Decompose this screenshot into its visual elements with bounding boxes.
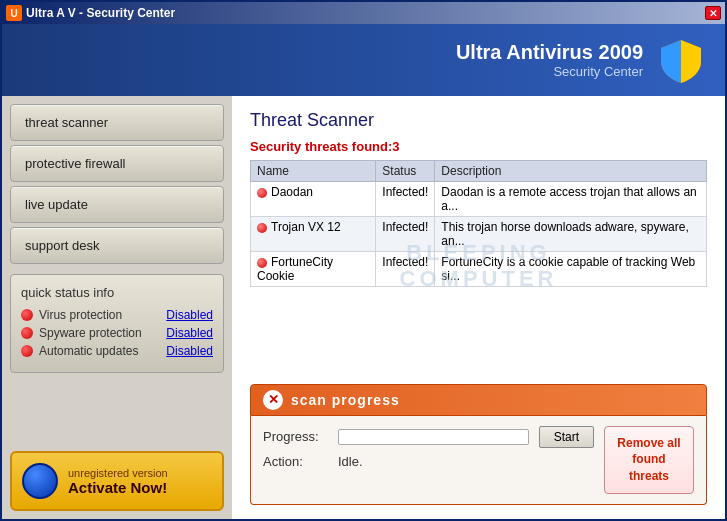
header-text: Ultra Antivirus 2009 Security Center <box>456 41 643 79</box>
status-row-spyware: Spyware protection Disabled <box>21 326 213 340</box>
app-icon: U <box>6 5 22 21</box>
action-label: Action: <box>263 454 328 469</box>
activate-box[interactable]: unregistered version Activate Now! <box>10 451 224 511</box>
threat-table: Name Status Description Daodan Infected!… <box>250 160 707 287</box>
scan-progress-row: Progress: Start <box>263 426 594 448</box>
close-button[interactable]: ✕ <box>705 6 721 20</box>
unregistered-label: unregistered version <box>68 467 168 479</box>
title-bar: U Ultra A V - Security Center ✕ <box>2 2 725 24</box>
threat-desc-0: Daodan is a remote access trojan that al… <box>435 182 707 217</box>
start-button[interactable]: Start <box>539 426 594 448</box>
spyware-protection-label: Spyware protection <box>39 326 160 340</box>
spyware-protection-link[interactable]: Disabled <box>166 326 213 340</box>
threat-dot-0 <box>257 188 267 198</box>
scan-progress-section: ✕ scan progress Progress: Start <box>250 384 707 505</box>
scan-x-icon: ✕ <box>263 390 283 410</box>
threats-found-label: Security threats found:3 <box>250 139 707 154</box>
threat-dot-1 <box>257 223 267 233</box>
threat-name-2: FortuneCity Cookie <box>251 252 376 287</box>
threat-status-0: Infected! <box>376 182 435 217</box>
progress-bar <box>338 429 529 445</box>
auto-updates-label: Automatic updates <box>39 344 160 358</box>
activate-globe-icon <box>22 463 58 499</box>
threat-desc-2: FortuneCity is a cookie capable of track… <box>435 252 707 287</box>
threats-count: 3 <box>392 139 399 154</box>
header-title: Ultra Antivirus 2009 <box>456 41 643 64</box>
virus-status-dot <box>21 309 33 321</box>
spyware-status-dot <box>21 327 33 339</box>
quick-status-panel: quick status info Virus protection Disab… <box>10 274 224 373</box>
sidebar-item-support-desk[interactable]: support desk <box>10 227 224 264</box>
threat-desc-1: This trojan horse downloads adware, spyw… <box>435 217 707 252</box>
window-title: Ultra A V - Security Center <box>26 6 175 20</box>
header-subtitle: Security Center <box>456 64 643 79</box>
quick-status-title: quick status info <box>21 285 213 300</box>
threat-name-1: Trojan VX 12 <box>251 217 376 252</box>
scan-fields: Progress: Start Action: Idle. <box>263 426 594 475</box>
main-content: threat scanner protective firewall live … <box>2 96 725 519</box>
col-name: Name <box>251 161 376 182</box>
threat-table-wrapper: Name Status Description Daodan Infected!… <box>250 160 707 372</box>
activate-now-label: Activate Now! <box>68 479 168 496</box>
col-status: Status <box>376 161 435 182</box>
scan-progress-header: ✕ scan progress <box>250 384 707 416</box>
table-row: Trojan VX 12 Infected! This trojan horse… <box>251 217 707 252</box>
scan-body: Progress: Start Action: Idle. <box>250 416 707 505</box>
scan-bottom: Progress: Start Action: Idle. <box>263 426 694 494</box>
header-shield-icon <box>657 36 705 84</box>
scan-action-row: Action: Idle. <box>263 454 594 469</box>
table-row: Daodan Infected! Daodan is a remote acce… <box>251 182 707 217</box>
status-row-updates: Automatic updates Disabled <box>21 344 213 358</box>
remove-threats-button[interactable]: Remove all found threats <box>604 426 694 494</box>
app-header: Ultra Antivirus 2009 Security Center <box>2 24 725 96</box>
threat-dot-2 <box>257 258 267 268</box>
page-title: Threat Scanner <box>250 110 707 131</box>
auto-updates-link[interactable]: Disabled <box>166 344 213 358</box>
sidebar-item-protective-firewall[interactable]: protective firewall <box>10 145 224 182</box>
progress-label: Progress: <box>263 429 328 444</box>
table-row: FortuneCity Cookie Infected! FortuneCity… <box>251 252 707 287</box>
updates-status-dot <box>21 345 33 357</box>
threat-status-1: Infected! <box>376 217 435 252</box>
main-window: U Ultra A V - Security Center ✕ Ultra An… <box>0 0 727 521</box>
threat-name-0: Daodan <box>251 182 376 217</box>
status-row-virus: Virus protection Disabled <box>21 308 213 322</box>
activate-text: unregistered version Activate Now! <box>68 467 168 496</box>
action-value: Idle. <box>338 454 363 469</box>
sidebar: threat scanner protective firewall live … <box>2 96 232 519</box>
sidebar-item-live-update[interactable]: live update <box>10 186 224 223</box>
content-area: Threat Scanner Security threats found:3 … <box>232 96 725 519</box>
sidebar-item-threat-scanner[interactable]: threat scanner <box>10 104 224 141</box>
threat-status-2: Infected! <box>376 252 435 287</box>
scan-progress-title: scan progress <box>291 392 400 408</box>
col-description: Description <box>435 161 707 182</box>
title-bar-left: U Ultra A V - Security Center <box>6 5 175 21</box>
virus-protection-label: Virus protection <box>39 308 160 322</box>
virus-protection-link[interactable]: Disabled <box>166 308 213 322</box>
